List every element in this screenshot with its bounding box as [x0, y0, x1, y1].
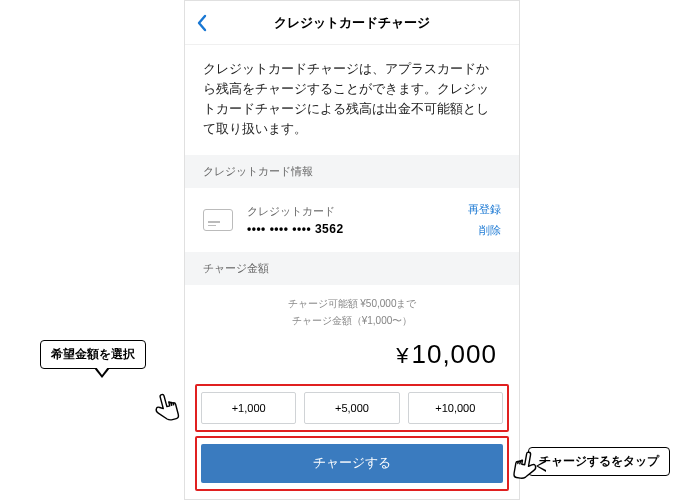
charge-limits: チャージ可能額 ¥50,000まで チャージ金額（¥1,000〜）: [185, 285, 519, 333]
preset-1000-button[interactable]: +1,000: [201, 392, 296, 424]
preset-5000-button[interactable]: +5,000: [304, 392, 399, 424]
charge-amount-section-header: チャージ金額: [185, 252, 519, 285]
preset-amount-row: +1,000 +5,000 +10,000: [201, 392, 503, 424]
charge-range-text: チャージ金額（¥1,000〜）: [185, 312, 519, 329]
preset-10000-button[interactable]: +10,000: [408, 392, 503, 424]
app-screen: クレジットカードチャージ クレジットカードチャージは、アプラスカードから残高をチ…: [184, 0, 520, 500]
back-chevron-icon[interactable]: [197, 14, 207, 32]
callout-select-amount: 希望金額を選択: [40, 340, 146, 369]
delete-link[interactable]: 削除: [479, 223, 501, 238]
pointer-hand-icon: [146, 389, 187, 434]
amount-value: 10,000: [411, 339, 497, 369]
charge-limit-text: チャージ可能額 ¥50,000まで: [185, 295, 519, 312]
pointer-hand-icon: [507, 448, 545, 491]
card-info-section-header: クレジットカード情報: [185, 155, 519, 188]
yen-symbol: ¥: [396, 343, 409, 368]
app-header: クレジットカードチャージ: [185, 1, 519, 45]
card-actions: 再登録 削除: [468, 202, 501, 238]
preset-amount-highlight: +1,000 +5,000 +10,000: [195, 384, 509, 432]
card-info-block: クレジットカード •••• •••• •••• 3562: [247, 205, 454, 236]
card-masked-number: •••• •••• •••• 3562: [247, 222, 454, 236]
charge-button-highlight: チャージする: [195, 436, 509, 491]
charge-amount-display[interactable]: ¥10,000: [185, 333, 519, 380]
credit-card-icon: [203, 209, 233, 231]
page-title: クレジットカードチャージ: [185, 14, 519, 32]
card-type-label: クレジットカード: [247, 205, 454, 219]
card-info-row: クレジットカード •••• •••• •••• 3562 再登録 削除: [185, 188, 519, 252]
description-text: クレジットカードチャージは、アプラスカードから残高をチャージすることができます。…: [185, 45, 519, 155]
callout-tap-charge: チャージするをタップ: [528, 447, 670, 476]
callout-tail-left: [94, 368, 110, 378]
charge-button[interactable]: チャージする: [201, 444, 503, 483]
reregister-link[interactable]: 再登録: [468, 202, 501, 217]
